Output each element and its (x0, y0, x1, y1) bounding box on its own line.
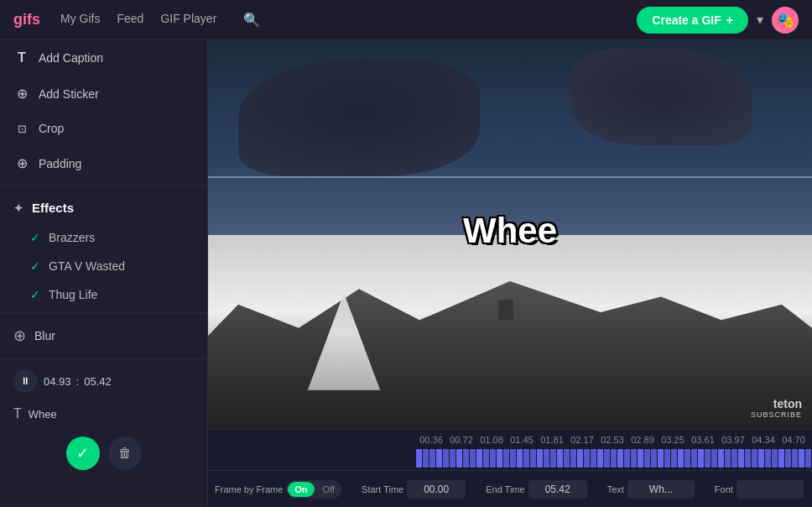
create-gif-label: Create a GIF (652, 13, 721, 27)
marker-12: 04.70 (778, 435, 809, 445)
timeline-bar (591, 449, 596, 468)
timeline-bar (684, 449, 690, 468)
toggle-off-label: Off (316, 482, 341, 497)
add-sticker-label: Add Sticker (39, 87, 99, 101)
sidebar-item-crop[interactable]: ⊡ Crop (0, 112, 207, 145)
marker-1: 00.72 (446, 435, 476, 445)
timeline-bar (658, 449, 664, 468)
timeline-bar (644, 449, 650, 468)
plus-icon: + (726, 13, 733, 27)
sidebar-item-add-caption[interactable]: T Add Caption (0, 40, 207, 76)
site-logo[interactable]: gifs (13, 11, 40, 29)
timeline-bar (792, 449, 798, 468)
timeline-bar (671, 449, 677, 468)
watermark-subscribe: SUBSCRIBE (751, 410, 802, 419)
text-icon: T (13, 50, 30, 65)
gif-preview: Whee teton SUBSCRIBE (208, 40, 812, 429)
toggle-on-label: On (288, 482, 314, 497)
start-time-input[interactable] (407, 480, 466, 499)
sidebar-divider-2 (0, 312, 207, 313)
marker-3: 01.45 (507, 435, 537, 445)
sidebar-item-padding[interactable]: ⊕ Padding (0, 145, 207, 181)
timeline-bar (510, 449, 516, 468)
search-icon[interactable]: 🔍 (243, 12, 260, 28)
blur-label: Blur (34, 329, 55, 342)
sidebar-item-brazzers[interactable]: ✓ Brazzers (0, 223, 207, 252)
marker-13: 05.06 (809, 435, 812, 445)
confirm-button[interactable]: ✓ (66, 436, 100, 470)
font-label: Font (715, 484, 733, 494)
sticker-icon: ⊕ (13, 86, 30, 102)
create-gif-button[interactable]: Create a GIF + (637, 7, 748, 34)
crop-icon: ⊡ (13, 123, 30, 135)
timeline-bar (429, 449, 435, 468)
timeline-bar (604, 449, 610, 468)
timeline-bar (497, 449, 502, 468)
marker-6: 02.53 (597, 435, 627, 445)
marker-5: 02.17 (567, 435, 597, 445)
timeline-bar (584, 449, 590, 468)
pause-icon: ⏸ (20, 375, 30, 387)
timeline-bar (698, 449, 704, 468)
playback-controls: ⏸ 04.93 : 05.42 (0, 363, 207, 400)
timeline-bar (456, 449, 462, 468)
timeline-bar (416, 449, 422, 468)
timeline-markers: 00.36 00.72 01.08 01.45 01.81 02.17 02.5… (208, 430, 812, 447)
nav-my-gifs[interactable]: My Gifs (60, 12, 100, 28)
sidebar-item-gta-v-wasted[interactable]: ✓ GTA V Wasted (0, 252, 207, 280)
font-input[interactable] (737, 480, 804, 499)
text-input[interactable] (627, 480, 695, 499)
caption-row: T Whee (0, 400, 207, 428)
sidebar-item-add-sticker[interactable]: ⊕ Add Sticker (0, 76, 207, 112)
delete-button[interactable]: 🗑 (108, 436, 142, 470)
nav-links: My Gifs Feed GIF Player 🔍 (60, 12, 260, 28)
check-icon-thug: ✓ (30, 288, 40, 301)
timeline-bar (758, 449, 764, 468)
end-time-label: End Time (486, 484, 524, 494)
timeline-bar (490, 449, 496, 468)
current-time: 04.93 (44, 375, 71, 388)
frame-by-frame-toggle[interactable]: On Off (286, 480, 341, 499)
timeline-bar (631, 449, 637, 468)
pause-button[interactable]: ⏸ (13, 369, 37, 393)
timeline-track[interactable] (208, 447, 812, 470)
timeline-bar (731, 449, 737, 468)
effects-label: Effects (32, 201, 74, 215)
caption-text-value: Whee (29, 408, 57, 421)
watermark: teton SUBSCRIBE (751, 397, 802, 419)
skier-figure (498, 300, 513, 320)
main-area: T Add Caption ⊕ Add Sticker ⊡ Crop ⊕ Pad… (0, 40, 812, 507)
timeline-bar (557, 449, 563, 468)
time-separator: : (76, 375, 80, 388)
sidebar-item-blur[interactable]: ⊕ Blur (0, 316, 207, 355)
sidebar-item-thug-life[interactable]: ✓ Thug Life (0, 280, 207, 309)
timeline-bar (711, 449, 717, 468)
brazzers-label: Brazzers (49, 231, 95, 244)
dropdown-icon[interactable]: ▾ (757, 12, 763, 28)
nav-gif-player[interactable]: GIF Player (160, 12, 216, 28)
avatar[interactable]: 🎭 (772, 7, 799, 34)
frame-by-frame-section: Frame by Frame On Off (215, 480, 341, 499)
timeline-bar (725, 449, 731, 468)
check-icon: ✓ (76, 444, 89, 463)
timeline-bar (423, 449, 429, 468)
nav-feed[interactable]: Feed (117, 12, 143, 28)
timeline-bar (523, 449, 529, 468)
end-time-input[interactable] (528, 480, 587, 499)
navbar: gifs My Gifs Feed GIF Player 🔍 Create a … (0, 0, 812, 40)
gif-image: Whee teton SUBSCRIBE (208, 40, 812, 429)
start-time-section: Start Time (362, 480, 466, 499)
timeline-bar (772, 449, 778, 468)
effects-section-header[interactable]: ✦ Effects (0, 189, 207, 223)
text-label: Text (607, 484, 624, 494)
start-time-label: Start Time (362, 484, 403, 494)
marker-10: 03.97 (718, 435, 748, 445)
marker-9: 03.61 (688, 435, 718, 445)
rock-1 (238, 60, 480, 176)
timeline-bar (463, 449, 469, 468)
font-section: Font (715, 480, 804, 499)
add-caption-label: Add Caption (39, 51, 103, 65)
effects-icon: ✦ (13, 201, 23, 215)
thug-life-label: Thug Life (49, 288, 97, 301)
timeline-bar (624, 449, 630, 468)
